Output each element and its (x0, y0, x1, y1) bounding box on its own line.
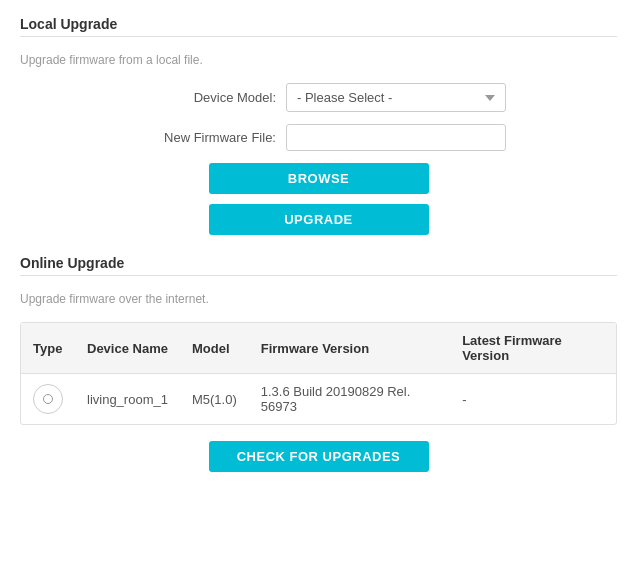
firmware-file-row: New Firmware File: (20, 124, 617, 151)
online-upgrade-section: Online Upgrade Upgrade firmware over the… (20, 255, 617, 472)
firmware-file-wrapper (286, 124, 506, 151)
local-upgrade-desc: Upgrade firmware from a local file. (20, 53, 617, 67)
table-header: Type Device Name Model Firmware Version … (21, 323, 616, 374)
browse-button[interactable]: BROWSE (209, 163, 429, 194)
device-type-icon (33, 384, 63, 414)
online-upgrade-desc: Upgrade firmware over the internet. (20, 292, 617, 306)
page-container: Local Upgrade Upgrade firmware from a lo… (0, 0, 637, 496)
upgrade-button[interactable]: UPGRADE (209, 204, 429, 235)
col-latest-firmware: Latest Firmware Version (450, 323, 616, 374)
device-icon-inner (43, 394, 53, 404)
firmware-file-label: New Firmware File: (131, 130, 276, 145)
col-type: Type (21, 323, 75, 374)
cell-device-name: living_room_1 (75, 374, 180, 425)
col-model: Model (180, 323, 249, 374)
check-upgrades-button[interactable]: CHECK FOR UPGRADES (209, 441, 429, 472)
local-divider (20, 36, 617, 37)
firmware-file-input[interactable] (286, 124, 506, 151)
cell-model: M5(1.0) (180, 374, 249, 425)
upgrade-table-wrapper: Type Device Name Model Firmware Version … (20, 322, 617, 425)
check-upgrades-row: CHECK FOR UPGRADES (20, 441, 617, 472)
table-header-row: Type Device Name Model Firmware Version … (21, 323, 616, 374)
device-model-select[interactable]: - Please Select - (286, 83, 506, 112)
table-row: living_room_1 M5(1.0) 1.3.6 Build 201908… (21, 374, 616, 425)
device-model-wrapper: - Please Select - (286, 83, 506, 112)
col-firmware-version: Firmware Version (249, 323, 450, 374)
local-upgrade-title: Local Upgrade (20, 16, 617, 32)
online-divider (20, 275, 617, 276)
cell-latest-firmware: - (450, 374, 616, 425)
table-body: living_room_1 M5(1.0) 1.3.6 Build 201908… (21, 374, 616, 425)
cell-firmware-version: 1.3.6 Build 20190829 Rel. 56973 (249, 374, 450, 425)
device-model-label: Device Model: (131, 90, 276, 105)
browse-button-row: BROWSE (20, 163, 617, 194)
col-device-name: Device Name (75, 323, 180, 374)
online-upgrade-title: Online Upgrade (20, 255, 617, 271)
cell-type (21, 374, 75, 425)
device-model-row: Device Model: - Please Select - (20, 83, 617, 112)
upgrade-table: Type Device Name Model Firmware Version … (21, 323, 616, 424)
local-upgrade-section: Local Upgrade Upgrade firmware from a lo… (20, 16, 617, 235)
upgrade-button-row: UPGRADE (20, 204, 617, 235)
